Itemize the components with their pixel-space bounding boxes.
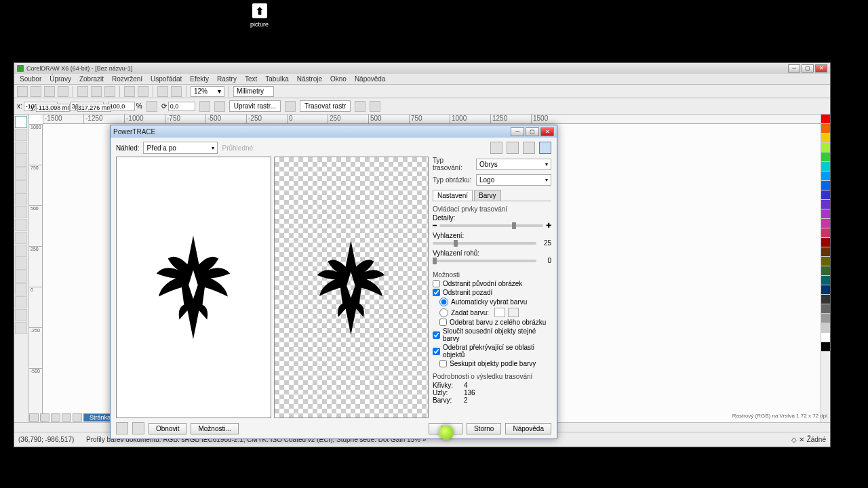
maximize-button[interactable]: ▢ — [802, 64, 814, 73]
color-swatch[interactable] — [821, 219, 830, 228]
page-last-icon[interactable] — [62, 413, 71, 422]
page-prev-icon[interactable] — [40, 413, 50, 422]
resample-icon[interactable] — [370, 101, 380, 112]
close-button[interactable]: ✕ — [815, 64, 827, 73]
preview-after[interactable] — [274, 157, 429, 418]
import-icon[interactable] — [157, 86, 168, 97]
connector-tool[interactable] — [15, 270, 27, 283]
merge-check[interactable] — [433, 331, 440, 339]
color-swatch[interactable] — [821, 266, 830, 276]
cut-icon[interactable] — [77, 86, 88, 97]
zoom-tool[interactable] — [15, 155, 27, 167]
color-swatch[interactable] — [821, 314, 830, 323]
preview-mode-combo[interactable]: Před a po — [143, 142, 218, 154]
paste-icon[interactable] — [104, 86, 115, 97]
remove-overlap-check[interactable] — [433, 348, 440, 355]
undo-icon[interactable] — [116, 422, 128, 434]
menu-item[interactable]: Efekty — [190, 75, 209, 83]
color-swatch[interactable] — [821, 276, 830, 285]
menu-item[interactable]: Text — [245, 75, 257, 83]
pick-tool[interactable] — [15, 116, 27, 128]
minimize-button[interactable]: ─ — [788, 64, 800, 73]
zoom-combo[interactable]: 12%▾ — [191, 86, 224, 97]
export-icon[interactable] — [171, 86, 182, 97]
undo-icon[interactable] — [124, 86, 135, 97]
color-swatch[interactable] — [821, 333, 830, 342]
cancel-button[interactable]: Storno — [467, 423, 501, 434]
color-swatch[interactable] — [821, 134, 830, 143]
color-swatch[interactable] — [821, 323, 830, 333]
specify-color-radio[interactable] — [439, 308, 448, 317]
open-icon[interactable] — [31, 86, 41, 97]
page-next-icon[interactable] — [51, 413, 60, 422]
smoothing-slider[interactable] — [433, 242, 536, 245]
zoom-in-icon[interactable] — [490, 142, 502, 154]
color-swatch[interactable] — [821, 200, 830, 209]
trace-icon[interactable] — [285, 101, 296, 112]
dialog-close-button[interactable]: ✕ — [540, 127, 554, 136]
effects-tool[interactable] — [15, 283, 27, 296]
eyedropper-icon[interactable] — [508, 308, 519, 317]
corner-slider[interactable] — [433, 260, 536, 262]
help-button[interactable]: Nápověda — [505, 423, 551, 434]
crop-tool[interactable] — [15, 142, 27, 154]
remove-bg-check[interactable] — [433, 289, 440, 296]
menu-item[interactable]: Rozvržení — [112, 75, 142, 83]
color-swatch[interactable] — [821, 247, 830, 257]
detail-slider[interactable] — [439, 224, 543, 227]
h-field[interactable] — [77, 104, 111, 112]
color-swatch[interactable] — [821, 124, 830, 134]
auto-color-radio[interactable] — [439, 298, 448, 306]
sx-field[interactable] — [108, 102, 135, 111]
smart-fill-tool[interactable] — [15, 180, 27, 192]
copy-icon[interactable] — [91, 86, 102, 97]
desktop-icon[interactable]: picture — [248, 3, 271, 28]
tab-colors[interactable]: Barvy — [474, 190, 501, 201]
dialog-min-button[interactable]: ─ — [511, 127, 524, 136]
fill-tool[interactable] — [15, 309, 27, 321]
zoom-out-icon[interactable] — [507, 142, 519, 154]
color-swatch[interactable] — [821, 238, 830, 247]
menu-item[interactable]: Soubor — [20, 75, 41, 83]
fit-icon[interactable] — [523, 142, 535, 154]
save-icon[interactable] — [44, 86, 55, 97]
outline-tool[interactable] — [15, 322, 27, 334]
image-type-combo[interactable]: Logo — [476, 174, 551, 186]
reset-button[interactable]: Obnovit — [149, 423, 186, 434]
page-add-icon[interactable] — [73, 413, 82, 422]
color-swatch[interactable] — [821, 342, 830, 352]
color-swatch[interactable] — [821, 285, 830, 295]
color-swatch[interactable] — [821, 152, 830, 162]
tab-settings[interactable]: Nastavení — [433, 190, 473, 201]
new-icon[interactable] — [17, 86, 28, 97]
lock-icon[interactable] — [146, 101, 157, 112]
print-icon[interactable] — [58, 86, 68, 97]
delete-original-check[interactable] — [433, 280, 440, 287]
color-swatch[interactable] — [821, 257, 830, 266]
table-tool[interactable] — [15, 245, 27, 257]
menu-item[interactable]: Nápověda — [355, 75, 386, 83]
menu-item[interactable]: Rastry — [217, 75, 237, 83]
crop-icon[interactable] — [355, 101, 366, 112]
trace-type-combo[interactable]: Obrys — [476, 159, 551, 170]
dimension-tool[interactable] — [15, 258, 27, 270]
freehand-tool[interactable] — [15, 167, 27, 180]
redo-icon[interactable] — [132, 422, 144, 434]
color-swatch[interactable] — [821, 143, 830, 152]
color-swatch[interactable] — [821, 190, 830, 200]
eyedropper-tool[interactable] — [15, 296, 27, 308]
pan-icon[interactable] — [539, 142, 551, 154]
polygon-tool[interactable] — [15, 219, 27, 231]
menu-item[interactable]: Tabulka — [265, 75, 288, 83]
color-swatch[interactable] — [821, 295, 830, 304]
mirror-v-icon[interactable] — [214, 101, 225, 112]
color-swatch[interactable] — [821, 115, 830, 124]
color-swatch[interactable] — [821, 181, 830, 190]
page-first-icon[interactable] — [29, 413, 39, 422]
color-swatch[interactable] — [821, 209, 830, 219]
dialog-max-button[interactable]: ▢ — [526, 127, 539, 136]
redo-icon[interactable] — [138, 86, 149, 97]
text-tool[interactable] — [15, 232, 27, 244]
color-swatch[interactable] — [494, 308, 505, 317]
color-swatch[interactable] — [821, 228, 830, 238]
